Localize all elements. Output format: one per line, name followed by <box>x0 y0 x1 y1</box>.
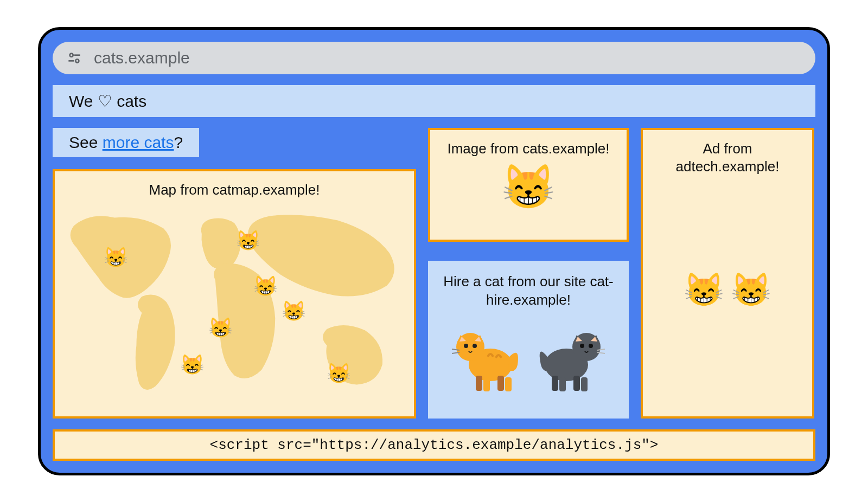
svg-point-20 <box>580 344 584 348</box>
map-panel-title: Map from catmap.example! <box>66 181 403 199</box>
map-panel: Map from catmap.example! 😸 😸 <box>53 169 416 419</box>
orange-cat-icon <box>450 319 520 395</box>
link-prefix: See <box>69 133 103 151</box>
image-panel: Image from cats.example! 😸 <box>428 128 629 242</box>
svg-point-11 <box>473 344 477 348</box>
svg-rect-8 <box>505 377 512 391</box>
svg-point-0 <box>70 53 73 56</box>
svg-rect-6 <box>497 376 504 391</box>
more-cats-link[interactable]: more cats <box>103 133 174 151</box>
image-panel-title: Image from cats.example! <box>447 140 609 158</box>
cat-face-icon: 😸 <box>253 276 278 296</box>
svg-point-21 <box>589 344 593 348</box>
cat-face-icon: 😸 <box>282 301 306 321</box>
svg-rect-15 <box>552 376 558 391</box>
address-bar[interactable]: cats.example <box>53 42 815 74</box>
url-text[interactable]: cats.example <box>94 49 190 67</box>
cat-face-icon: 😸 <box>236 231 260 250</box>
cat-face-icon: 😸 <box>684 274 724 306</box>
content-grid: See more cats? Map from catmap.example! <box>53 128 815 419</box>
cat-face-icon: 😸 <box>104 248 128 267</box>
more-cats-banner: See more cats? <box>53 128 199 157</box>
left-column: See more cats? Map from catmap.example! <box>53 128 416 419</box>
hire-panel-title: Hire a cat from our site cat-hire.exampl… <box>437 273 620 310</box>
cat-face-icon: 😸 <box>327 364 351 383</box>
cat-face-icon: 😸 <box>208 318 233 338</box>
site-settings-icon[interactable] <box>65 48 84 68</box>
hire-panel: Hire a cat from our site cat-hire.exampl… <box>428 261 629 419</box>
svg-point-2 <box>75 59 79 62</box>
cat-face-icon: 😸 <box>180 355 205 375</box>
world-map: 😸 😸 😸 😸 😸 😸 😸 <box>60 204 409 411</box>
page-header: We ♡ cats <box>53 85 815 117</box>
page-header-title: We ♡ cats <box>69 92 146 110</box>
ad-panel: Ad from adtech.example! 😸 😸 <box>641 128 814 419</box>
cat-face-icon: 😸 <box>731 274 771 306</box>
cat-face-icon: 😸 <box>501 165 556 209</box>
ad-panel-title: Ad from adtech.example! <box>654 140 801 177</box>
svg-rect-7 <box>483 377 490 391</box>
svg-rect-18 <box>581 377 588 391</box>
analytics-script-bar: <script src="https://analytics.example/a… <box>53 429 815 461</box>
svg-rect-5 <box>476 376 482 391</box>
svg-rect-16 <box>573 376 580 391</box>
grey-cat-icon <box>537 319 607 395</box>
script-code: <script src="https://analytics.example/a… <box>210 437 659 453</box>
svg-rect-17 <box>559 377 566 391</box>
browser-window: cats.example We ♡ cats See more cats? Ma… <box>38 27 830 475</box>
link-suffix: ? <box>174 133 183 151</box>
svg-point-10 <box>464 344 468 348</box>
